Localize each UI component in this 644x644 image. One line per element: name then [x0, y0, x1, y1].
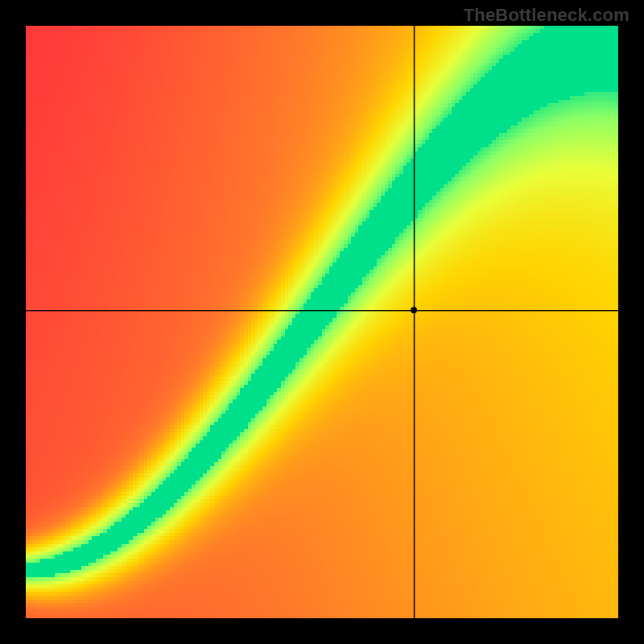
chart-frame: TheBottleneck.com: [0, 0, 644, 644]
heatmap-canvas: [26, 26, 618, 618]
heatmap-plot: [26, 26, 618, 618]
watermark-text: TheBottleneck.com: [464, 5, 630, 26]
